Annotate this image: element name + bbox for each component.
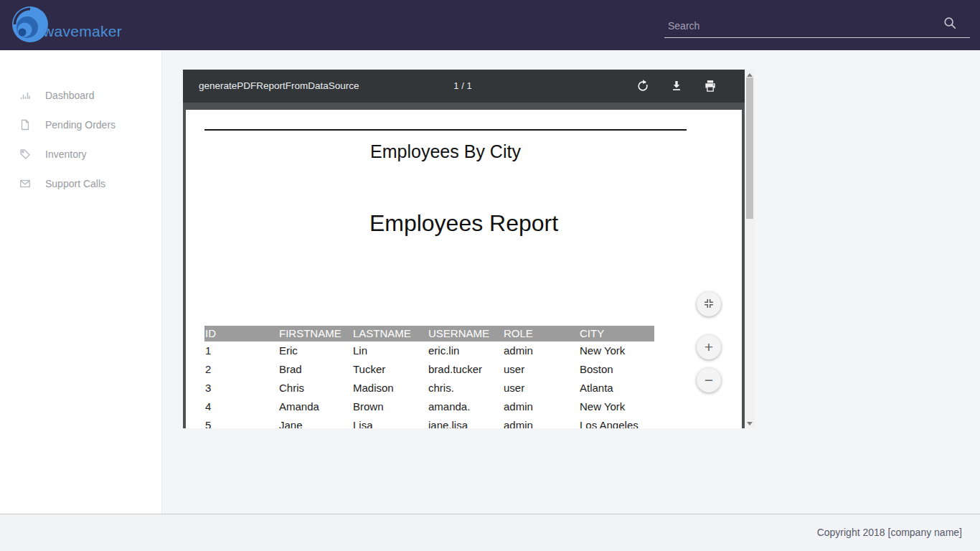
table-cell: user (503, 360, 579, 379)
column-header: LASTNAME (352, 326, 428, 342)
table-cell: admin (503, 397, 579, 416)
table-cell: 1 (204, 342, 278, 360)
table-cell: jane.lisa (428, 416, 503, 428)
logo-text: wavemaker (43, 23, 122, 40)
table-cell: Boston (579, 360, 654, 379)
content-area: Dashboard Pending Orders Inventory (0, 50, 980, 514)
fit-to-page-icon (703, 296, 715, 313)
tag-icon (19, 149, 31, 160)
main-panel: generatePDFReportFromDataSource 1 / 1 (162, 50, 980, 514)
column-header: ROLE (503, 326, 579, 342)
envelope-icon (19, 178, 31, 189)
copyright-text: Copyright 2018 [company name] (817, 527, 962, 538)
table-cell: 3 (204, 379, 278, 397)
triangle-down-icon (747, 422, 753, 425)
table-cell: Lin (352, 342, 428, 360)
table-cell: New York (579, 342, 654, 360)
triangle-up-icon (747, 73, 753, 77)
column-header: USERNAME (428, 326, 503, 342)
search-icon[interactable] (943, 16, 957, 30)
table-cell: Madison (352, 379, 428, 397)
zoom-out-button[interactable]: − (697, 368, 721, 392)
table-cell: Brown (352, 397, 428, 416)
download-icon[interactable] (669, 79, 684, 93)
print-icon[interactable] (703, 79, 717, 93)
table-cell: Jane (278, 416, 352, 428)
table-header-row: ID FIRSTNAME LASTNAME USERNAME ROLE CITY (204, 326, 654, 342)
rotate-clockwise-icon[interactable] (636, 79, 650, 93)
minus-icon: − (705, 372, 713, 389)
pdf-scrollbar (745, 70, 755, 428)
scrollbar-thumb[interactable] (746, 77, 753, 219)
column-header: CITY (579, 326, 654, 342)
document-icon (19, 119, 31, 131)
app-header: wavemaker (0, 0, 980, 50)
table-row: 3 Chris Madison chris. user Atlanta (204, 379, 654, 397)
table-row: 2 Brad Tucker brad.tucker user Boston (204, 360, 654, 379)
table-cell: Los Angeles (579, 416, 654, 428)
bar-chart-icon (19, 90, 31, 101)
table-row: 1 Eric Lin eric.lin admin New York (204, 342, 654, 360)
sidebar-item-label: Inventory (45, 149, 87, 160)
table-cell: Atlanta (579, 379, 654, 397)
table-cell: chris. (428, 379, 503, 397)
table-cell: user (503, 379, 579, 397)
table-cell: Brad (278, 360, 352, 379)
pdf-toolbar-actions (636, 70, 745, 103)
sidebar-item-label: Dashboard (45, 90, 95, 101)
table-cell: admin (503, 342, 579, 360)
document-divider (204, 129, 687, 131)
pdf-body: Employees By City Employees Report ID FI… (183, 103, 745, 428)
table-row: 4 Amanda Brown amanda. admin New York (204, 397, 654, 416)
table-cell: amanda. (428, 397, 503, 416)
table-cell: brad.tucker (428, 360, 503, 379)
fit-to-page-button[interactable] (697, 292, 721, 316)
pdf-page: Employees By City Employees Report ID FI… (186, 110, 742, 428)
table-cell: 4 (204, 397, 278, 416)
sidebar-item-inventory[interactable]: Inventory (0, 139, 161, 169)
table-cell: Eric (278, 342, 352, 360)
pdf-toolbar: generatePDFReportFromDataSource 1 / 1 (183, 70, 745, 103)
table-cell: New York (579, 397, 654, 416)
table-row: 5 Jane Lisa jane.lisa admin Los Angeles (204, 416, 654, 428)
sidebar-item-label: Pending Orders (45, 119, 116, 131)
sidebar-item-label: Support Calls (45, 178, 105, 189)
table-cell: Tucker (352, 360, 428, 379)
document-title: Employees Report (186, 210, 742, 237)
table-cell: 2 (204, 360, 278, 379)
column-header: ID (204, 326, 278, 342)
sidebar-item-dashboard[interactable]: Dashboard (0, 80, 161, 110)
sidebar-item-support-calls[interactable]: Support Calls (0, 169, 161, 198)
table-cell: Amanda (278, 397, 352, 416)
sidebar-item-pending-orders[interactable]: Pending Orders (0, 110, 161, 139)
zoom-in-button[interactable]: + (697, 335, 721, 359)
table-cell: Chris (278, 379, 352, 397)
app-footer: Copyright 2018 [company name] (0, 514, 980, 551)
table-cell: eric.lin (428, 342, 503, 360)
search-box (664, 0, 970, 38)
table-cell: 5 (204, 416, 278, 428)
employees-table: ID FIRSTNAME LASTNAME USERNAME ROLE CITY… (204, 326, 654, 428)
scroll-down-button[interactable] (745, 418, 755, 428)
column-header: FIRSTNAME (278, 326, 352, 342)
pdf-viewer: generatePDFReportFromDataSource 1 / 1 (183, 70, 755, 428)
document-subtitle: Employees By City (204, 141, 687, 162)
plus-icon: + (705, 339, 713, 356)
sidebar: Dashboard Pending Orders Inventory (0, 50, 162, 514)
table-cell: admin (503, 416, 579, 428)
search-input[interactable] (668, 20, 919, 32)
app-logo[interactable]: wavemaker (10, 4, 122, 47)
table-cell: Lisa (352, 416, 428, 428)
